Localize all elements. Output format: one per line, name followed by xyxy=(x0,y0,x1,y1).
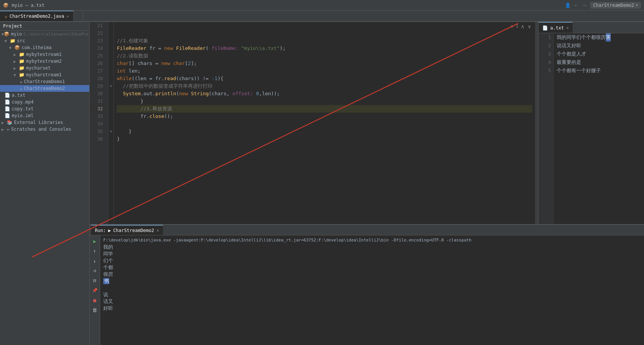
tree-item-copymp4[interactable]: 📄 copy.mp4 xyxy=(0,99,89,105)
tree-item-atxt[interactable]: 📄 a.txt xyxy=(0,92,89,99)
code-line-21 xyxy=(117,22,532,29)
folder-icon: 📁 xyxy=(19,72,25,77)
tree-item-external[interactable]: ▶ 📚 External Libraries xyxy=(0,119,89,126)
right-line-num-1: 1 xyxy=(538,33,553,42)
collapse-button[interactable]: ∧ xyxy=(520,23,525,30)
output-line-3: 们个 xyxy=(103,257,641,264)
editor-scrollbar[interactable] xyxy=(535,22,538,224)
java-icon: ☕ xyxy=(20,86,22,91)
run-scroll-up-button[interactable]: ↑ xyxy=(91,247,99,255)
tab-atxt[interactable] xyxy=(74,11,83,21)
txt-icon: 📄 xyxy=(5,93,10,98)
tree-item-copytxt[interactable]: 📄 copy.txt xyxy=(0,105,89,112)
tab-run[interactable]: Run: ▶ CharStreamDemo2 × xyxy=(91,225,163,235)
output-line-2: 同学 xyxy=(103,251,641,257)
lib-icon: 📚 xyxy=(7,120,12,125)
title-left: 📦 myio – a.txt xyxy=(3,3,45,8)
tree-label: mybytestream2 xyxy=(26,59,62,64)
terminal-output[interactable]: F:\develop\jdk\bin\java.exe -javaagent:F… xyxy=(100,235,644,345)
tree-item-src[interactable]: ▼ 📁 src xyxy=(0,37,89,44)
tree-label: mycharstream1 xyxy=(26,72,62,77)
package-icon: 📦 xyxy=(14,45,20,50)
tree-item-myio[interactable]: ▼ 📦 myio C:\Users\alienware\IdeaProje... xyxy=(0,31,89,37)
line-num-32: 32 xyxy=(90,105,105,113)
tree-label: myio.iml xyxy=(12,113,34,118)
sidebar-header: Project xyxy=(0,22,89,31)
tree-label: mycharset xyxy=(26,65,51,71)
line-num-24: 24 xyxy=(90,45,105,52)
tree-item-mycharstream1[interactable]: ▼ 📁 mycharstream1 xyxy=(0,71,89,78)
right-text-content[interactable]: 我的同学们个个都很厉害 说话又好听 个个都是人才 最重要的是 个个都有一个好腰子 xyxy=(554,33,644,224)
code-line-34 xyxy=(117,120,532,128)
tab-close-icon[interactable]: × xyxy=(566,25,569,31)
right-text-line-5: 个个都有一个好腰子 xyxy=(557,67,641,75)
line-num-28: 28 xyxy=(90,75,105,82)
run-pin-button[interactable]: 📌 xyxy=(91,286,99,294)
expand-arrow-icon: ▼ xyxy=(9,46,14,50)
tree-item-mycharset[interactable]: ▶ 📁 mycharset xyxy=(0,65,89,71)
output-line-1: 我的 xyxy=(103,244,641,251)
tree-item-charstream2[interactable]: ☕ CharStreamDemo2 xyxy=(0,85,89,92)
line-num-35: 35 xyxy=(90,128,105,135)
run-tab-close-icon[interactable]: × xyxy=(157,228,159,233)
project-text: Project xyxy=(3,23,22,29)
txt-file-icon: 📄 xyxy=(542,25,548,31)
tree-item-com[interactable]: ▼ 📦 com.itheima xyxy=(0,44,89,51)
file-dropdown[interactable]: CharStreamDemo2 ▼ xyxy=(590,2,641,9)
code-content[interactable]: ⊡ 1 ∧ ∨ //1.创建对象 FileReader fr = new Fil… xyxy=(114,22,535,224)
back-button[interactable]: ← xyxy=(574,2,579,8)
code-line-29: //把数组中的数据变成字符串再进行打印 xyxy=(117,82,532,90)
code-line-36: } xyxy=(117,135,532,143)
tab-label: a.txt xyxy=(550,25,564,31)
expand-button[interactable]: ∨ xyxy=(527,23,532,30)
tree-label: CharStreamDemo2 xyxy=(24,86,65,91)
code-line-35: } xyxy=(117,128,532,135)
bottom-panel: Run: ▶ CharStreamDemo2 × ▶ ↑ ↓ ↺ ⊟ 📌 ■ 🗑 xyxy=(90,224,644,345)
line-numbers: 21 22 23 24 25 26 27 28 29 30 31 32 33 3… xyxy=(90,22,109,224)
expand-arrow-icon: ▶ xyxy=(14,53,19,57)
run-scroll-down-button[interactable]: ↓ xyxy=(91,257,99,265)
main-area: Project ▼ 📦 myio C:\Users\alienware\Idea… xyxy=(0,22,644,345)
right-line-num-3: 3 xyxy=(538,50,553,58)
file-icon: 📄 xyxy=(5,99,10,105)
scratch-icon: ✏ xyxy=(7,127,9,132)
expand-arrow-icon: ▶ xyxy=(14,66,19,70)
tree-item-scratches[interactable]: ▶ ✏ Scratches and Consoles xyxy=(0,126,89,133)
tree-item-iml[interactable]: 📄 myio.iml xyxy=(0,112,89,119)
project-icon: 📦 xyxy=(3,3,9,8)
run-clear-button[interactable]: 🗑 xyxy=(91,306,99,314)
project-folder-icon: 📦 xyxy=(4,31,9,37)
line-num-33: 33 xyxy=(90,113,105,120)
java-icon: ☕ xyxy=(20,79,22,84)
right-content: 1 2 3 4 5 我的同学们个个都很厉害 说话又好听 个个都是人才 最重要的是… xyxy=(538,33,644,224)
tab-charstream[interactable]: ☕ CharStreamDemo2.java × xyxy=(0,11,74,21)
run-rerun-button[interactable]: ↺ xyxy=(91,266,99,275)
path-label: C:\Users\alienware\IdeaProje... xyxy=(23,32,90,37)
tree-label: Scratches and Consoles xyxy=(11,127,71,132)
tree-label: External Libraries xyxy=(14,120,63,125)
right-line-num-2: 2 xyxy=(538,42,553,50)
run-controls: ▶ ↑ ↓ ↺ ⊟ 📌 ■ 🗑 xyxy=(90,235,100,345)
output-line-9: 好听 xyxy=(103,305,641,312)
right-tabbar: 📄 a.txt × xyxy=(538,22,644,33)
tree-item-mybytestream2[interactable]: ▶ 📁 mybytestream2 xyxy=(0,58,89,65)
run-fold-button[interactable]: ⊟ xyxy=(91,276,99,285)
line-num-25: 25 xyxy=(90,52,105,60)
run-play-button[interactable]: ▶ xyxy=(91,237,99,245)
tab-atxt-right[interactable]: 📄 a.txt × xyxy=(538,22,573,33)
tab-close-icon[interactable]: × xyxy=(67,14,69,19)
forward-button[interactable]: → xyxy=(582,2,587,8)
tree-item-charstream1[interactable]: ☕ CharStreamDemo1 xyxy=(0,78,89,85)
tree-item-mybytestream1[interactable]: ▶ 📁 mybytestream1 xyxy=(0,51,89,58)
user-icon: 👤 xyxy=(565,3,571,8)
expand-arrow-icon: ▼ xyxy=(5,39,10,43)
tree-label: a.txt xyxy=(12,93,25,98)
output-line-4: 个都 xyxy=(103,264,641,271)
tree-label: copy.txt xyxy=(12,106,34,111)
tree-label: myio xyxy=(11,31,22,37)
code-editor[interactable]: 21 22 23 24 25 26 27 28 29 30 31 32 33 3… xyxy=(90,22,538,224)
run-label: Run: xyxy=(95,228,106,233)
right-text-line-4: 最重要的是 xyxy=(557,58,641,67)
run-stop-button[interactable]: ■ xyxy=(91,296,99,304)
line-num-31: 31 xyxy=(90,97,105,105)
